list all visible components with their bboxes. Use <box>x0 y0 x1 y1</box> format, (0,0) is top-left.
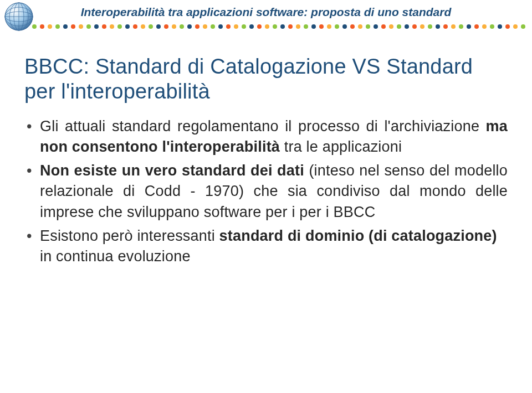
decorative-dot <box>149 24 153 29</box>
decorative-dot <box>48 24 52 29</box>
decorative-dot <box>311 24 316 29</box>
decorative-dot <box>211 24 215 29</box>
decorative-dot <box>358 24 362 29</box>
decorative-dot <box>319 24 324 29</box>
decorative-dot <box>436 24 440 29</box>
decorative-dot <box>234 24 238 29</box>
decorative-dot <box>55 24 60 29</box>
decorative-dot <box>141 24 145 29</box>
decorative-dot <box>257 24 262 29</box>
decorative-dot <box>288 24 293 29</box>
decorative-dot <box>474 24 479 29</box>
decorative-dot <box>420 24 424 29</box>
decorative-dot <box>156 24 161 29</box>
decorative-dot <box>350 24 355 29</box>
bullet-post: in continua evoluzione <box>40 248 191 265</box>
bullet-pre: Esistono però interessanti <box>40 227 219 244</box>
decorative-dot <box>187 24 192 29</box>
decorative-dot <box>71 24 75 29</box>
decorative-dot <box>490 24 494 29</box>
decorative-dot <box>32 24 37 29</box>
decorative-dot <box>265 24 269 29</box>
decorative-dot <box>133 24 137 29</box>
bullet-post: tra le applicazioni <box>280 138 402 155</box>
decorative-dot <box>296 24 300 29</box>
decorative-dot <box>226 24 231 29</box>
slide-content: BBCC: Standard di Catalogazione VS Stand… <box>0 29 532 267</box>
decorative-dot <box>218 24 223 29</box>
decorative-dot <box>381 24 386 29</box>
decorative-dot <box>513 24 518 29</box>
bullet-text: Esistono però interessanti standard di d… <box>40 226 508 267</box>
decorative-dot <box>451 24 456 29</box>
decorative-dot <box>482 24 487 29</box>
decorative-dot <box>374 24 378 29</box>
decorative-dots-row <box>32 24 525 29</box>
decorative-dot <box>521 24 525 29</box>
decorative-dot <box>428 24 432 29</box>
header-title-text: Interoperabilità tra applicazioni softwa… <box>0 6 532 19</box>
slide-title: BBCC: Standard di Catalogazione VS Stand… <box>24 54 508 104</box>
bullet-item: Esistono però interessanti standard di d… <box>24 226 508 267</box>
decorative-dot <box>203 24 207 29</box>
decorative-dot <box>405 24 409 29</box>
decorative-dot <box>304 24 308 29</box>
decorative-dot <box>249 24 254 29</box>
decorative-dot <box>86 24 91 29</box>
decorative-dot <box>498 24 502 29</box>
bullet-item: Gli attuali standard regolamentano il pr… <box>24 116 508 158</box>
decorative-dot <box>40 24 44 29</box>
decorative-dot <box>327 24 331 29</box>
decorative-dot <box>63 24 68 29</box>
bullet-list: Gli attuali standard regolamentano il pr… <box>24 116 508 267</box>
decorative-dot <box>125 24 130 29</box>
decorative-dot <box>110 24 114 29</box>
decorative-dot <box>180 24 184 29</box>
bullet-item: Non esiste un vero standard dei dati (in… <box>24 161 508 223</box>
bullet-text: Non esiste un vero standard dei dati (in… <box>40 161 508 223</box>
decorative-dot <box>172 24 176 29</box>
decorative-dot <box>335 24 339 29</box>
bullet-text: Gli attuali standard regolamentano il pr… <box>40 116 508 158</box>
decorative-dot <box>412 24 417 29</box>
decorative-dot <box>397 24 401 29</box>
decorative-dot <box>342 24 347 29</box>
decorative-dot <box>389 24 393 29</box>
decorative-dot <box>443 24 448 29</box>
decorative-dot <box>94 24 99 29</box>
decorative-dot <box>242 24 246 29</box>
decorative-dot <box>164 24 168 29</box>
decorative-dot <box>102 24 106 29</box>
decorative-dot <box>459 24 463 29</box>
decorative-dot <box>195 24 200 29</box>
decorative-dot <box>79 24 83 29</box>
decorative-dot <box>117 24 122 29</box>
decorative-dot <box>280 24 285 29</box>
bullet-pre: Gli attuali standard regolamentano il pr… <box>40 118 486 135</box>
decorative-dot <box>467 24 471 29</box>
decorative-dot <box>273 24 277 29</box>
decorative-dot <box>505 24 510 29</box>
bullet-bold: Non esiste un vero standard dei dati <box>40 162 304 179</box>
bullet-bold: standard di dominio (di catalogazione) <box>219 227 497 244</box>
decorative-dot <box>366 24 370 29</box>
